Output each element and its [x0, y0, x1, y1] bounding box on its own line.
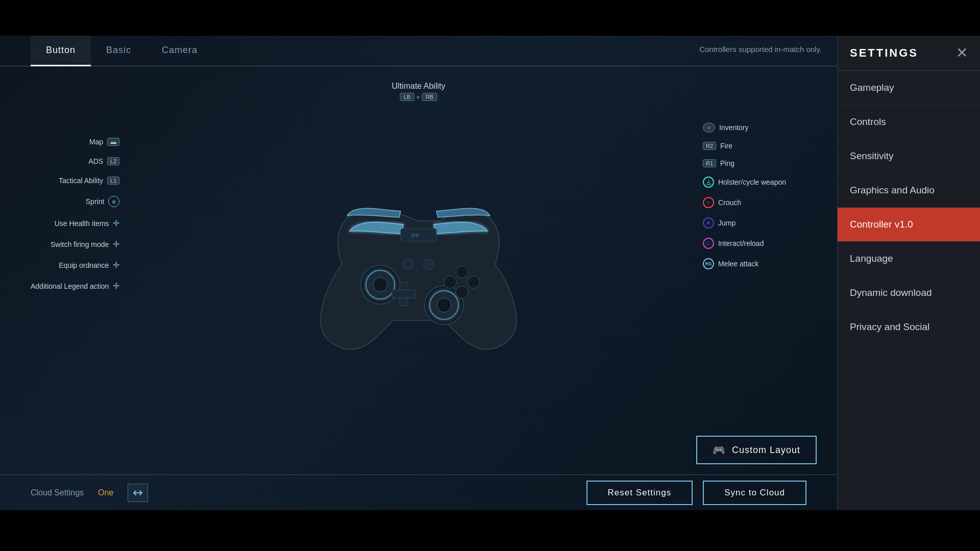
- rb-badge: RB: [422, 93, 437, 101]
- bottom-black-bar: [0, 510, 980, 551]
- sidebar-item-language[interactable]: Language: [838, 242, 980, 276]
- lb-badge: LB: [400, 93, 414, 101]
- svg-text:»»: »»: [411, 231, 419, 239]
- ultimate-ability-label: Ultimate Ability LB + RB: [392, 82, 446, 101]
- sync-to-cloud-button[interactable]: Sync to Cloud: [703, 481, 806, 505]
- label-crouch: ○ Crouch: [703, 197, 786, 208]
- controllers-note: Controllers supported in-match only.: [699, 45, 822, 54]
- svg-point-13: [444, 276, 456, 288]
- cloud-icon-button[interactable]: [128, 484, 148, 502]
- label-ordnance: Equip ordnance ✛: [31, 260, 119, 270]
- svg-point-10: [456, 266, 468, 278]
- label-interact: □ Interact/reload: [703, 238, 786, 249]
- label-sprint: Sprint ⊕: [31, 196, 119, 207]
- sidebar-header: SETTINGS ✕: [838, 36, 980, 71]
- reset-settings-button[interactable]: Reset Settings: [586, 481, 693, 505]
- sidebar-item-privacy-social[interactable]: Privacy and Social: [838, 310, 980, 344]
- ultimate-combo: LB + RB: [392, 93, 446, 101]
- svg-point-15: [424, 259, 434, 269]
- close-button[interactable]: ✕: [956, 46, 968, 60]
- sidebar-item-graphics-audio[interactable]: Graphics and Audio: [838, 173, 980, 208]
- sidebar-title: SETTINGS: [850, 46, 918, 60]
- cloud-settings-label: Cloud Settings: [31, 488, 84, 497]
- top-black-bar: [0, 0, 980, 36]
- svg-point-12: [456, 286, 468, 298]
- svg-point-7: [437, 298, 451, 312]
- sidebar-item-controller[interactable]: Controller v1.0: [838, 208, 980, 242]
- label-ping: R1 Ping: [703, 159, 786, 167]
- left-labels: Map ▬ ADS L2 Tactical Ability L1 Sprint …: [31, 138, 119, 302]
- tab-button[interactable]: Button: [31, 36, 91, 66]
- label-map: Map ▬: [31, 138, 119, 146]
- svg-point-11: [468, 276, 480, 288]
- tabs-bar: Button Basic Camera Controllers supporte…: [0, 36, 837, 66]
- main-container: Button Basic Camera Controllers supporte…: [0, 36, 980, 510]
- controller-area: Ultimate Ability LB + RB Map ▬ ADS L2: [0, 66, 837, 474]
- label-jump: ✕ Jump: [703, 217, 786, 229]
- controller-diagram: »»: [301, 183, 536, 358]
- label-legend: Additional Legend action ✛: [31, 281, 119, 291]
- label-tactical: Tactical Ability L1: [31, 177, 119, 185]
- right-labels: ○ Inventory R2 Fire R1 Ping △ Holster/cy…: [703, 122, 786, 279]
- sidebar-item-controls[interactable]: Controls: [838, 105, 980, 139]
- svg-rect-9: [392, 290, 415, 298]
- controller-icon: 🎮: [713, 444, 726, 456]
- label-ads: ADS L2: [31, 157, 119, 165]
- label-inventory: ○ Inventory: [703, 122, 786, 133]
- sidebar-item-dynamic-download[interactable]: Dynamic download: [838, 276, 980, 310]
- svg-point-4: [373, 278, 387, 292]
- label-firing: Switch firing mode ✛: [31, 239, 119, 249]
- label-health: Use Health items ✛: [31, 218, 119, 228]
- content-panel: Button Basic Camera Controllers supporte…: [0, 36, 837, 510]
- custom-layout-button[interactable]: 🎮 Custom Layout: [696, 436, 817, 464]
- sidebar-item-gameplay[interactable]: Gameplay: [838, 71, 980, 105]
- cloud-settings-value: One: [98, 488, 113, 497]
- tab-camera[interactable]: Camera: [146, 36, 213, 66]
- label-holster: △ Holster/cycle weapon: [703, 177, 786, 188]
- sidebar: SETTINGS ✕ Gameplay Controls Sensitivity…: [837, 36, 980, 510]
- label-melee: RS Melee attack: [703, 258, 786, 269]
- label-fire: R2 Fire: [703, 142, 786, 150]
- bottom-bar: Cloud Settings One Reset Settings Sync t…: [0, 474, 837, 510]
- sidebar-item-sensitivity[interactable]: Sensitivity: [838, 139, 980, 173]
- svg-point-14: [403, 259, 413, 269]
- tab-basic[interactable]: Basic: [91, 36, 146, 66]
